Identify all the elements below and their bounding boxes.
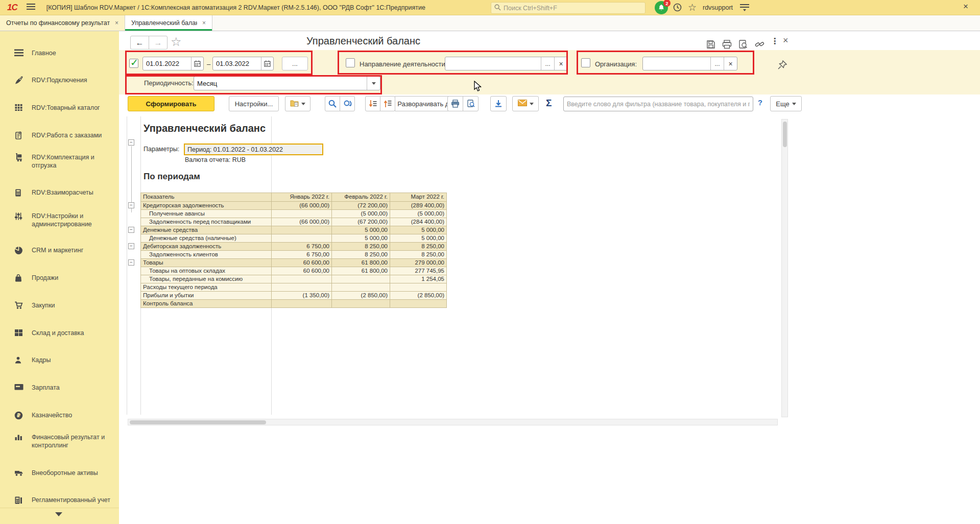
table-row[interactable]: Денежные средства (наличные) 5 000,00 5 … [141, 234, 447, 243]
tab-close-icon[interactable]: × [115, 19, 118, 27]
more-actions-kebab-icon[interactable]: ⋮ [771, 36, 779, 46]
favorite-report-star-icon[interactable]: ☆ [171, 35, 182, 49]
table-row[interactable]: Товары 60 600,00 61 800,00 279 000,00 [141, 259, 447, 267]
row-label-cell[interactable]: Расходы текущего периода [141, 283, 272, 292]
value-cell[interactable]: (66 000,00) [272, 202, 332, 210]
row-label-cell[interactable]: Прибыли и убытки [141, 292, 272, 300]
column-header[interactable]: Март 2022 г. [390, 193, 447, 202]
value-cell[interactable] [390, 300, 447, 308]
sidebar-item[interactable]: Кадры [0, 356, 119, 365]
expand-groups-button[interactable] [380, 96, 395, 111]
collapse-group-icon[interactable]: − [128, 259, 134, 266]
value-cell[interactable]: 60 600,00 [272, 259, 332, 267]
row-label-cell[interactable]: Дебиторская задолженность [141, 243, 272, 251]
value-cell[interactable] [272, 210, 332, 218]
column-header[interactable]: Январь 2022 г. [272, 193, 332, 202]
sidebar-item[interactable]: RDV:Взаиморасчеты [0, 188, 119, 198]
value-cell[interactable]: 1 254,05 [390, 275, 447, 283]
settings-button[interactable]: Настройки... [229, 96, 279, 111]
value-cell[interactable]: (1 350,00) [272, 292, 332, 300]
value-cell[interactable]: (5 000,00) [332, 210, 390, 218]
find-button[interactable] [325, 96, 340, 111]
sidebar-item[interactable]: Закупки [0, 301, 119, 311]
collapse-group-icon[interactable]: − [128, 139, 134, 146]
collapse-group-icon[interactable]: − [128, 202, 134, 208]
send-mail-button[interactable] [512, 96, 539, 111]
table-row[interactable]: Прибыли и убытки (1 350,00) (2 850,00) (… [141, 292, 447, 300]
link-icon[interactable] [755, 40, 765, 49]
value-cell[interactable]: 61 800,00 [332, 259, 390, 267]
forward-button[interactable]: → [149, 36, 168, 50]
value-cell[interactable]: 8 250,00 [332, 251, 390, 259]
row-label-cell[interactable]: Товары на оптовых складах [141, 267, 272, 275]
value-cell[interactable] [272, 275, 332, 283]
print-icon[interactable] [722, 40, 732, 49]
sum-sigma-button[interactable]: Σ [546, 98, 552, 109]
sidebar-item[interactable]: RDV:Товарный каталог [0, 104, 119, 113]
table-row[interactable]: Полученные авансы (5 000,00) (5 000,00) [141, 210, 447, 218]
sidebar-item[interactable]: Продажи [0, 274, 119, 283]
value-cell[interactable]: (2 850,00) [332, 292, 390, 300]
sidebar-item[interactable]: RDV:Работа с заказами [0, 131, 119, 140]
column-header[interactable]: Февраль 2022 г. [332, 193, 390, 202]
close-window-button[interactable]: × [963, 2, 968, 12]
search-input[interactable] [504, 5, 642, 12]
view-settings-icon[interactable] [740, 4, 749, 13]
username[interactable]: rdvsupport [703, 4, 733, 11]
horizontal-scrollbar[interactable] [128, 419, 778, 425]
row-label-cell[interactable]: Задолженность клиентов [141, 251, 272, 259]
sidebar-more-chevron-icon[interactable] [55, 512, 62, 516]
back-button[interactable]: ← [130, 36, 149, 50]
value-cell[interactable]: (66 000,00) [272, 218, 332, 226]
row-label-cell[interactable]: Товары, переданные на комиссию [141, 275, 272, 283]
sidebar-item[interactable]: Зарплата [0, 384, 119, 393]
collapse-groups-button[interactable] [365, 96, 380, 111]
generate-button[interactable]: Сформировать [128, 96, 214, 111]
table-row[interactable]: Расходы текущего периода [141, 283, 447, 292]
value-cell[interactable]: 5 000,00 [390, 234, 447, 243]
value-cell[interactable]: (284 400,00) [390, 218, 447, 226]
value-cell[interactable]: (67 200,00) [332, 218, 390, 226]
scrollbar-thumb[interactable] [130, 420, 266, 424]
quick-filter-field[interactable] [563, 97, 753, 111]
value-cell[interactable] [272, 300, 332, 308]
table-row[interactable]: Контроль баланса [141, 300, 447, 308]
favorites-star-icon[interactable]: ☆ [688, 2, 697, 13]
row-label-cell[interactable]: Кредиторская задолженность [141, 202, 272, 210]
tab-close-icon[interactable]: × [202, 19, 206, 27]
value-cell[interactable]: 5 000,00 [332, 226, 390, 234]
more-button[interactable]: Еще [770, 96, 802, 111]
table-row[interactable]: Денежные средства 5 000,00 5 000,00 [141, 226, 447, 234]
value-cell[interactable] [272, 226, 332, 234]
print-button[interactable] [447, 96, 463, 111]
value-cell[interactable]: 277 745,95 [390, 267, 447, 275]
sidebar-item[interactable]: RDV:Настройки и администрирование [0, 212, 119, 228]
value-cell[interactable] [332, 275, 390, 283]
notifications-button[interactable]: 2 [655, 1, 668, 15]
value-cell[interactable] [332, 300, 390, 308]
value-cell[interactable]: 8 250,00 [390, 251, 447, 259]
pin-icon[interactable] [777, 59, 788, 72]
sidebar-item[interactable]: RDV:Подключения [0, 76, 119, 85]
row-label-cell[interactable]: Товары [141, 259, 272, 267]
value-cell[interactable]: 279 000,00 [390, 259, 447, 267]
tab-finresult-reports[interactable]: Отчеты по финансовому результату × [0, 15, 125, 31]
selected-cell-period-param[interactable]: Период: 01.01.2022 - 01.03.2022 [184, 144, 323, 155]
value-cell[interactable]: 6 750,00 [272, 251, 332, 259]
value-cell[interactable]: 6 750,00 [272, 243, 332, 251]
value-cell[interactable]: (289 400,00) [390, 202, 447, 210]
report-variants-button[interactable] [285, 96, 310, 111]
collapse-group-icon[interactable]: − [128, 227, 134, 233]
value-cell[interactable]: (5 000,00) [390, 210, 447, 218]
sidebar-item[interactable]: RDV:Комплектация и отгрузка [0, 153, 119, 170]
quick-filter-input[interactable] [564, 101, 753, 108]
row-label-cell[interactable]: Задолженность перед поставщиками [141, 218, 272, 226]
value-cell[interactable]: 61 800,00 [332, 267, 390, 275]
table-row[interactable]: Кредиторская задолженность (66 000,00) (… [141, 202, 447, 210]
sidebar-item[interactable]: Внеоборотные активы [0, 469, 119, 478]
sidebar-item[interactable]: Регламентированный учет [0, 496, 119, 505]
value-cell[interactable]: 5 000,00 [332, 234, 390, 243]
sidebar-item[interactable]: Финансовый результат и контроллинг [0, 433, 119, 449]
find-next-button[interactable] [340, 96, 355, 111]
sidebar-item[interactable]: Главное [0, 49, 119, 58]
